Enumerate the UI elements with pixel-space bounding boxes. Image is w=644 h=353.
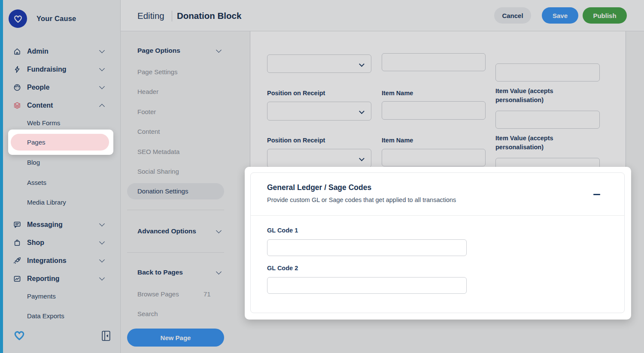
gl-codes-card: General Ledger / Sage Codes Provide cust…	[250, 172, 625, 313]
divider	[251, 215, 624, 216]
gl-card-subtitle: Provide custom GL or Sage codes that get…	[267, 196, 456, 203]
collapse-section-icon[interactable]	[592, 190, 603, 199]
gl-codes-spotlight: General Ledger / Sage Codes Provide cust…	[245, 167, 631, 320]
field-label: GL Code 2	[267, 265, 298, 272]
field-label: GL Code 1	[267, 227, 298, 234]
gl-code-1-input[interactable]	[267, 239, 467, 256]
sidebar-item-pages[interactable]: Pages	[11, 134, 109, 151]
sidebar-item-label: Pages	[27, 134, 46, 151]
gl-card-title: General Ledger / Sage Codes	[267, 183, 371, 192]
app-window: Your Cause Admin Fundraising	[0, 0, 644, 353]
pages-spotlight: Pages	[8, 130, 113, 155]
gl-code-2-input[interactable]	[267, 277, 467, 294]
